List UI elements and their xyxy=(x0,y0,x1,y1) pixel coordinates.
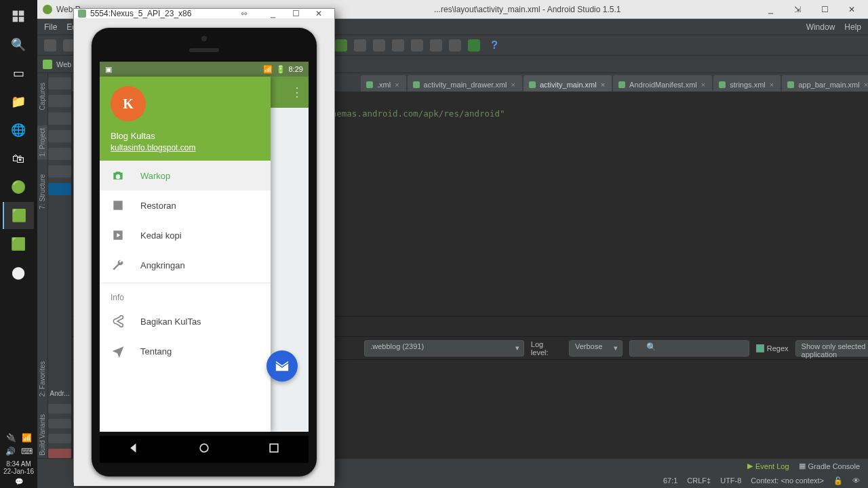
editor-tab-active[interactable]: activity_main.xml× xyxy=(524,75,612,92)
eventlog-link[interactable]: ▶ Event Log xyxy=(747,462,789,470)
play-icon xyxy=(111,228,125,243)
drawer-item-about[interactable]: Tentang xyxy=(100,336,271,366)
emu-resize-icon[interactable]: ⇔ xyxy=(241,9,248,18)
menu-help[interactable]: Help xyxy=(844,22,861,32)
svg-rect-5 xyxy=(270,444,278,452)
ide-min-button[interactable]: ⎯ xyxy=(760,5,781,14)
loglevel-label: Log level: xyxy=(531,340,562,357)
chrome-button[interactable]: ⬤ xyxy=(3,259,34,286)
tray-date[interactable]: 22-Jan-16 xyxy=(0,468,37,475)
power-icon[interactable]: 🔌 xyxy=(6,433,16,443)
drawer-item-kedai[interactable]: Kedai kopi xyxy=(100,220,271,250)
ide-collapse-button[interactable]: ⇲ xyxy=(787,5,808,14)
emu-min-button[interactable]: ⎯ xyxy=(261,9,284,18)
drawer-item-angkringan[interactable]: Angkringan xyxy=(100,250,271,280)
toolbar-icon[interactable] xyxy=(449,39,461,52)
earpiece xyxy=(189,48,219,52)
start-button[interactable] xyxy=(3,3,34,30)
avd-icon[interactable] xyxy=(468,39,480,52)
overflow-menu-icon[interactable]: ⋮ xyxy=(291,85,302,100)
home-button[interactable] xyxy=(197,441,211,458)
menu-file[interactable]: File xyxy=(44,22,57,32)
android-statusbar: ▣ 📶 🔋 8:29 xyxy=(100,62,309,77)
editor-tab[interactable]: AndroidManifest.xml× xyxy=(613,75,712,92)
tab-project[interactable]: 1: Project xyxy=(37,125,47,159)
lock-icon: 🔓 xyxy=(833,476,843,485)
wifi-icon[interactable]: 📶 xyxy=(22,433,32,443)
store-button[interactable]: 🛍 xyxy=(3,145,34,172)
help-icon[interactable]: ? xyxy=(491,39,498,52)
toolbar-icon[interactable] xyxy=(392,39,404,52)
volume-icon[interactable]: 🔊 xyxy=(5,447,16,456)
editor-tab[interactable]: .xml× xyxy=(361,75,406,92)
editor-tab[interactable]: activity_main_drawer.xml× xyxy=(408,75,522,92)
inspector-icon[interactable]: 👁 xyxy=(852,476,860,485)
filter-combo[interactable]: Show only selected application xyxy=(795,340,868,357)
gradleconsole-link[interactable]: ▦ Gradle Console xyxy=(799,462,860,470)
svg-rect-0 xyxy=(13,11,18,16)
tray-time[interactable]: 8:34 AM xyxy=(0,460,37,468)
windows-taskbar: 🔍 ▭ 📁 🌐 🛍 🟢 🟩 🟩 ⬤ › 🔌 📶 🔊 ⌨ 8:34 AM 22-J… xyxy=(0,0,37,488)
notifications-icon[interactable]: 💬 xyxy=(0,478,37,485)
share-icon xyxy=(111,314,125,329)
line-ending[interactable]: CRLF‡ xyxy=(687,476,711,485)
phone-frame: ▣ 📶 🔋 8:29 ⋮ K Blog Kultas kultasinfo xyxy=(92,28,317,476)
logcat-search[interactable]: 🔍 xyxy=(629,340,749,357)
drawer-group-label: Info xyxy=(100,283,271,306)
tab-buildvariants[interactable]: Build Variants xyxy=(37,411,47,458)
drawer-subtitle-link[interactable]: kultasinfo.blogspot.com xyxy=(111,143,260,152)
toolbar-open-icon[interactable] xyxy=(44,39,56,52)
emu-app-icon xyxy=(78,9,86,18)
svg-point-4 xyxy=(200,444,208,452)
edge-button[interactable]: 🌐 xyxy=(3,117,34,144)
taskview-button[interactable]: ▭ xyxy=(3,60,34,87)
toolbar-icon[interactable] xyxy=(411,39,423,52)
emu-titlebar[interactable]: 5554:Nexus_5_API_23_x86 ⇔ ⎯ ☐ ✕ xyxy=(74,9,334,18)
menu-window[interactable]: Window xyxy=(806,22,835,32)
search-button[interactable]: 🔍 xyxy=(3,31,34,58)
encoding[interactable]: UTF-8 xyxy=(720,476,741,485)
process-combo[interactable]: .webblog (2391) xyxy=(364,340,524,357)
debug-icon[interactable] xyxy=(335,39,347,52)
svg-rect-2 xyxy=(13,17,18,22)
project-tree[interactable]: Andr... xyxy=(48,73,72,458)
ide-close-button[interactable]: ✕ xyxy=(841,5,863,14)
toolbar-icon[interactable] xyxy=(430,39,442,52)
nav-path[interactable]: Web xyxy=(56,60,71,68)
navigation-drawer: K Blog Kultas kultasinfo.blogspot.com Wa… xyxy=(100,77,271,432)
signal-icon: 📶 xyxy=(263,65,273,74)
clock: 8:29 xyxy=(289,65,303,73)
tab-favorites[interactable]: 2: Favorites xyxy=(37,359,47,399)
androidstudio-task[interactable]: 🟩 xyxy=(3,202,34,229)
toolbar-icon[interactable] xyxy=(373,39,385,52)
back-button[interactable] xyxy=(127,441,141,458)
svg-rect-1 xyxy=(19,11,24,16)
left-toolstrip: Captures 1: Project 7: Structure 2: Favo… xyxy=(37,73,48,458)
loglevel-combo[interactable]: Verbose xyxy=(569,340,623,357)
drawer-item-restoran[interactable]: Restoran xyxy=(100,190,271,220)
ide-max-button[interactable]: ☐ xyxy=(814,5,835,14)
compose-fab[interactable] xyxy=(267,350,298,382)
emu-max-button[interactable]: ☐ xyxy=(284,9,307,18)
emu-title: 5554:Nexus_5_API_23_x86 xyxy=(90,9,191,18)
editor-tab[interactable]: app_bar_main.xml× xyxy=(782,75,868,92)
recents-button[interactable] xyxy=(267,441,281,458)
tab-structure[interactable]: 7: Structure xyxy=(37,171,47,212)
drawer-item-label: Bagikan KulTas xyxy=(140,317,201,327)
drawer-item-share[interactable]: Bagikan KulTas xyxy=(100,306,271,336)
emu-close-button[interactable]: ✕ xyxy=(307,9,330,18)
drawer-item-warkop[interactable]: Warkop xyxy=(100,161,271,190)
toolbar-icon[interactable] xyxy=(354,39,366,52)
keyboard-icon[interactable]: ⌨ xyxy=(21,447,33,456)
tab-captures[interactable]: Captures xyxy=(37,80,47,113)
app1-button[interactable]: 🟢 xyxy=(3,174,34,201)
explorer-button[interactable]: 📁 xyxy=(3,88,34,115)
context[interactable]: Context: <no context> xyxy=(751,476,824,485)
android-navbar xyxy=(100,436,309,463)
regex-checkbox[interactable]: Regex xyxy=(756,344,789,352)
drawer-item-label: Restoran xyxy=(140,201,176,211)
svg-rect-3 xyxy=(19,17,24,22)
editor-tab[interactable]: strings.xml× xyxy=(713,75,781,92)
ide-title-path: ...res\layout\activity_main.xml - Androi… xyxy=(434,5,620,14)
app2-button[interactable]: 🟩 xyxy=(3,230,34,258)
